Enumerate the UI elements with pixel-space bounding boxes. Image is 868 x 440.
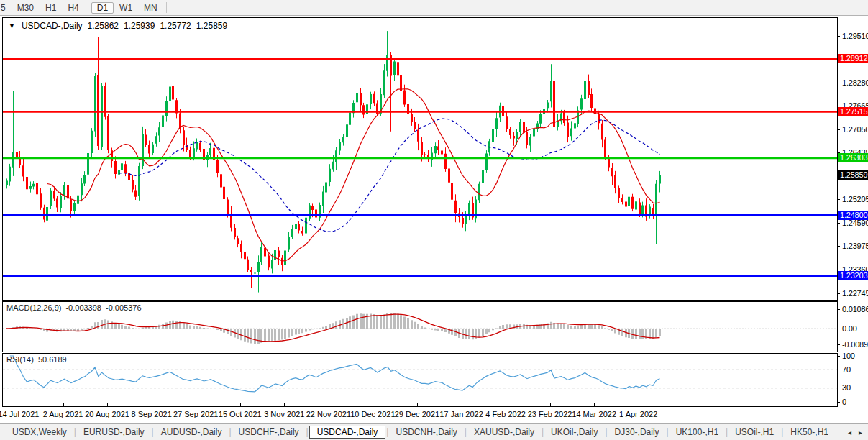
date-label: 3 Nov 2021 bbox=[264, 410, 304, 418]
timeframe-button-mn[interactable]: MN bbox=[138, 2, 163, 14]
tick-dash bbox=[837, 293, 840, 294]
tick-dash bbox=[837, 329, 840, 329]
date-tick bbox=[373, 403, 373, 407]
tick-value: -0.008974 bbox=[842, 340, 868, 349]
level-price-label-1.23203: 1.23203 bbox=[838, 271, 868, 280]
tick-value: 1.29510 bbox=[842, 32, 868, 40]
timeframe-button-m30[interactable]: M30 bbox=[12, 2, 40, 14]
price-scale-tick: -0.008974 bbox=[837, 340, 868, 349]
tick-dash bbox=[837, 223, 840, 224]
date-tick bbox=[63, 403, 64, 407]
tab-scroll-left-icon[interactable]: ◂ bbox=[848, 428, 851, 436]
current-price-label: 1.25859 bbox=[838, 170, 868, 180]
macd-main-value: -0.003398 bbox=[65, 303, 101, 312]
tick-dash bbox=[837, 402, 840, 403]
date-label: 8 Sep 2021 bbox=[132, 410, 172, 418]
date-tick bbox=[240, 403, 241, 407]
ohlc-open: 1.25862 bbox=[88, 21, 119, 31]
price-scale-tick: 1.27050 bbox=[837, 125, 868, 134]
chart-tab-usdcnh-daily[interactable]: USDCNH-,Daily bbox=[389, 426, 463, 439]
chart-tab-ukoil-daily[interactable]: UKOil-,Daily bbox=[544, 426, 604, 439]
date-label: 14 Mar 2022 bbox=[572, 410, 616, 418]
toolbar-separator bbox=[166, 2, 167, 13]
tick-value: 0 bbox=[842, 398, 846, 406]
tick-value: 1.27050 bbox=[842, 125, 868, 134]
date-label: 15 Oct 2021 bbox=[219, 410, 262, 418]
toolbar-separator bbox=[88, 2, 88, 13]
date-label: 23 Feb 2022 bbox=[528, 410, 572, 418]
price-scale-tick: 1.29510 bbox=[837, 32, 868, 41]
ohlc-low: 1.25772 bbox=[160, 21, 191, 31]
chart-tab-usdx-weekly[interactable]: USDX,Weekly bbox=[6, 426, 73, 439]
chart-tab-audusd-daily[interactable]: AUDUSD-,Daily bbox=[155, 426, 229, 439]
date-tick bbox=[550, 403, 551, 407]
price-scale-tick: 0.00 bbox=[837, 324, 857, 334]
level-price-label-1.28912: 1.28912 bbox=[838, 54, 868, 63]
bear-candle-wicks bbox=[17, 37, 654, 288]
timeframe-toolbar: 5M30H1H4D1W1MN bbox=[0, 0, 868, 16]
chart-tab-uk100-h1[interactable]: UK100-,H1 bbox=[670, 426, 725, 439]
date-label: 22 Nov 2021 bbox=[306, 410, 351, 418]
rsi-indicator-panel[interactable] bbox=[2, 353, 838, 407]
price-chart-panel[interactable] bbox=[2, 17, 838, 301]
date-label: 27 Sep 2021 bbox=[173, 410, 218, 418]
tick-dash bbox=[837, 199, 840, 200]
tick-value: 1.22745 bbox=[842, 289, 868, 298]
date-tick bbox=[594, 403, 595, 407]
date-label: 20 Aug 2021 bbox=[85, 410, 129, 418]
date-tick bbox=[417, 403, 418, 407]
date-label: 14 Jul 2021 bbox=[0, 410, 39, 418]
date-tick bbox=[107, 403, 108, 407]
tick-dash bbox=[837, 309, 840, 310]
date-tick bbox=[329, 403, 329, 407]
tab-scroll-arrows: ◂▸ bbox=[848, 428, 862, 436]
price-chart-canvas[interactable] bbox=[3, 18, 837, 300]
tick-dash bbox=[837, 129, 840, 130]
chart-tab-usoil-h1[interactable]: USOil-,H1 bbox=[728, 426, 780, 439]
date-tick bbox=[19, 403, 19, 407]
date-label: 1 Apr 2022 bbox=[619, 410, 657, 418]
timeframe-button-h1[interactable]: H1 bbox=[40, 2, 62, 14]
tick-dash bbox=[837, 83, 840, 83]
timeframe-button-5[interactable]: 5 bbox=[0, 2, 12, 14]
rsi-canvas[interactable] bbox=[3, 354, 837, 406]
level-price-label-1.248: 1.24800 bbox=[838, 211, 868, 220]
date-tick bbox=[462, 403, 462, 407]
tick-dash bbox=[837, 356, 840, 357]
tab-scroll-right-icon[interactable]: ▸ bbox=[859, 428, 862, 436]
timeframe-button-d1[interactable]: D1 bbox=[91, 2, 114, 14]
tick-dash bbox=[837, 36, 840, 37]
rsi-value: 50.6189 bbox=[38, 355, 67, 364]
rsi-name: RSI(14) bbox=[6, 355, 34, 364]
date-label: 10 Dec 2021 bbox=[350, 410, 395, 418]
tick-dash bbox=[837, 370, 840, 370]
timeframe-button-h4[interactable]: H4 bbox=[62, 2, 84, 14]
tick-dash bbox=[837, 246, 840, 247]
price-scale-tick: 100 bbox=[837, 352, 855, 361]
chart-tab-usdchf-daily[interactable]: USDCHF-,Daily bbox=[232, 426, 306, 439]
macd-label: MACD(12,26,9) -0.003398 -0.005376 bbox=[6, 303, 142, 312]
chart-tab-xauusd-daily[interactable]: XAUUSD-,Daily bbox=[467, 426, 541, 439]
price-scale-tick: 1.22745 bbox=[837, 289, 868, 298]
chart-tab-eurusd-daily[interactable]: EURUSD-,Daily bbox=[77, 426, 151, 439]
price-scale-tick: 1.23975 bbox=[837, 242, 868, 251]
timeframe-button-w1[interactable]: W1 bbox=[114, 2, 138, 14]
tick-value: 1.25205 bbox=[842, 195, 868, 203]
chart-tab-hk50-h1[interactable]: HK50-,H1 bbox=[784, 426, 835, 439]
tick-value: 70 bbox=[842, 365, 851, 374]
chart-tab-dj30-daily[interactable]: DJ30-,Daily bbox=[608, 426, 666, 439]
chart-tab-usdcad-daily[interactable]: USDCAD-,Daily bbox=[309, 426, 386, 439]
macd-name: MACD(12,26,9) bbox=[6, 303, 61, 312]
symbol-dropdown-icon[interactable]: ▼ bbox=[9, 22, 15, 29]
date-label: 4 Feb 2022 bbox=[485, 410, 526, 418]
tick-dash bbox=[837, 388, 840, 388]
tick-value: 100 bbox=[842, 352, 855, 360]
bull-candle-bodies bbox=[6, 55, 661, 274]
date-tick bbox=[284, 403, 285, 407]
date-label: 2 Aug 2021 bbox=[43, 410, 83, 418]
rsi-line bbox=[10, 356, 660, 392]
tick-value: 1.28280 bbox=[842, 78, 868, 87]
tick-value: 1.23975 bbox=[842, 242, 868, 250]
price-scale-tick: 70 bbox=[837, 365, 851, 375]
level-price-label-1.27515: 1.27515 bbox=[838, 107, 868, 116]
